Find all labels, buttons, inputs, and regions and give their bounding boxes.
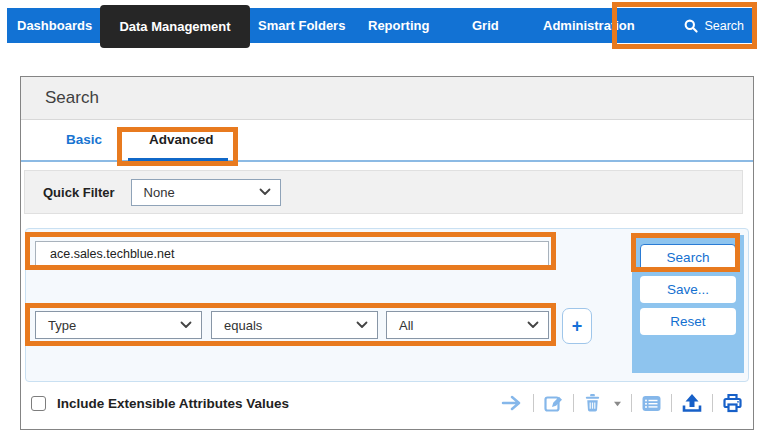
page-title: Search [45,88,99,108]
trash-icon [583,393,602,413]
filter-value-select[interactable]: All [386,311,549,339]
quick-filter-value: None [144,185,175,200]
action-panel: Search Save... Reset [632,235,744,373]
chevron-down-icon [180,321,192,329]
nav-item-label: Smart Folders [258,18,345,33]
divider [573,394,574,412]
quick-filter-label: Quick Filter [43,185,115,200]
nav-item-label: Dashboards [17,18,92,33]
nav-item-label: Grid [472,18,499,33]
filter-operator-value: equals [224,318,262,333]
nav-item-smart-folders[interactable]: Smart Folders [258,8,345,43]
advanced-tab-underline [128,158,228,162]
checkbox-group: Include Extensible Attributes Values [31,396,289,411]
reset-button[interactable]: Reset [640,308,736,335]
arrow-right-icon [500,393,524,413]
nav-item-dashboards[interactable]: Dashboards [17,8,92,43]
nav-item-grid[interactable]: Grid [472,8,499,43]
app-canvas: Dashboards Data Management Smart Folders… [0,0,763,435]
filter-value-value: All [399,318,413,333]
divider [631,394,632,412]
filter-operator-select[interactable]: equals [211,311,378,339]
delete-button[interactable] [583,393,602,413]
upload-button[interactable] [681,393,703,413]
nav-item-data-management[interactable]: Data Management [100,5,250,48]
tab-basic[interactable]: Basic [66,132,102,147]
add-condition-button[interactable]: + [562,308,592,344]
footer-row: Include Extensible Attributes Values [21,385,753,421]
query-input[interactable] [35,241,549,267]
filter-field-select[interactable]: Type [35,311,202,339]
extensible-attributes-checkbox[interactable] [31,396,46,411]
caret-down-icon [613,400,622,407]
upload-icon [681,393,703,413]
panel-header: Search [21,77,753,120]
plus-icon: + [572,316,583,337]
delete-menu-caret[interactable] [613,400,622,407]
nav-item-label: Reporting [368,18,429,33]
tab-advanced[interactable]: Advanced [149,132,214,147]
edit-icon [543,393,564,414]
nav-item-label: Administration [543,18,635,33]
save-button[interactable]: Save... [640,276,736,303]
chevron-down-icon [356,321,368,329]
footer-icon-row [500,393,743,414]
nav-search-label: Search [704,19,744,33]
divider [533,394,534,412]
list-view-button[interactable] [641,394,662,413]
tabs-row: Basic Advanced [21,120,753,162]
top-nav: Dashboards Data Management Smart Folders… [7,8,756,43]
divider [712,394,713,412]
print-icon [722,393,743,413]
magnifier-icon [683,18,699,34]
chevron-down-icon [259,188,271,196]
quick-filter-select[interactable]: None [131,179,281,206]
filter-panel: Type equals All + Searc [25,228,749,382]
search-button[interactable]: Search [640,244,736,271]
divider [671,394,672,412]
checkbox-label: Include Extensible Attributes Values [57,396,289,411]
print-button[interactable] [722,393,743,413]
list-icon [641,394,662,413]
nav-item-reporting[interactable]: Reporting [368,8,429,43]
nav-item-label: Data Management [119,19,230,34]
edit-button[interactable] [543,393,564,414]
filter-field-value: Type [48,318,76,333]
nav-item-administration[interactable]: Administration [543,8,635,43]
nav-search[interactable]: Search [683,8,744,43]
search-panel: Search Basic Advanced Quick Filter None … [20,76,754,430]
go-button[interactable] [500,393,524,413]
quick-filter-row: Quick Filter None [24,170,743,214]
chevron-down-icon [527,321,539,329]
